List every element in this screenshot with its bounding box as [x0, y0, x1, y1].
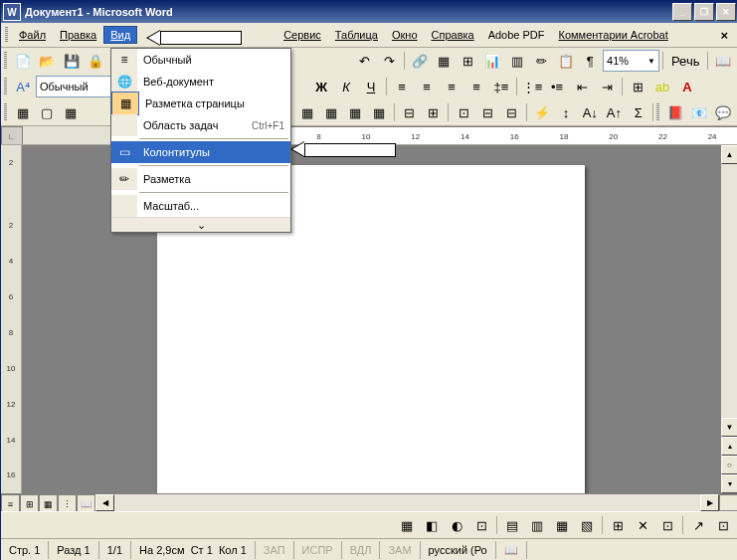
tool-icon[interactable]: ▦ [395, 513, 419, 537]
tool-icon[interactable]: ⊡ [469, 513, 493, 537]
tool-icon[interactable]: ▧ [575, 513, 599, 537]
speech-button[interactable]: Речь [666, 49, 704, 73]
scroll-right-icon[interactable]: ▶ [700, 494, 719, 511]
menu-service[interactable]: Сервис [276, 26, 328, 44]
table-icon[interactable]: ▦ [344, 100, 367, 124]
status-ovr[interactable]: ЗАМ [380, 541, 420, 559]
menu-file[interactable]: Файл [12, 26, 53, 44]
sort-desc-icon[interactable]: A↑ [603, 100, 626, 124]
menu-adobe[interactable]: Adobe PDF [481, 26, 552, 44]
tool-icon[interactable]: ◐ [445, 513, 468, 537]
permission-icon[interactable]: 🔒 [85, 49, 108, 73]
underline-icon[interactable]: Ч [359, 75, 383, 98]
status-language[interactable]: русский (Ро [421, 541, 496, 559]
tool-icon[interactable]: ▤ [500, 513, 524, 537]
scroll-left-icon[interactable]: ◀ [95, 494, 114, 511]
sort-asc-icon[interactable]: A↓ [579, 100, 602, 124]
insert-table-icon[interactable]: ⊞ [457, 49, 480, 73]
numbering-icon[interactable]: ⋮≡ [520, 75, 544, 98]
redo-icon[interactable]: ↷ [377, 49, 401, 73]
menuitem-markup[interactable]: ✏ Разметка [111, 168, 290, 190]
tool-icon[interactable]: ▦ [550, 513, 574, 537]
browse-object-icon[interactable]: ○ [721, 456, 737, 474]
zoom-combo[interactable]: 41%▼ [603, 50, 659, 72]
status-trk[interactable]: ИСПР [294, 541, 342, 559]
restore-button[interactable]: ❐ [694, 3, 714, 21]
tab-selector[interactable]: ∟ [1, 126, 23, 145]
styles-icon[interactable]: A⁴ [11, 75, 35, 98]
merge-cells-icon[interactable]: ⊟ [398, 100, 421, 124]
menu-edit[interactable]: Правка [53, 26, 103, 44]
read-icon[interactable]: 📖 [711, 49, 735, 73]
tool-icon[interactable]: ▥ [525, 513, 549, 537]
distribute-cols-icon[interactable]: ⊟ [500, 100, 523, 124]
save-icon[interactable]: 💾 [60, 49, 84, 73]
open-icon[interactable]: 📂 [35, 49, 59, 73]
status-rec[interactable]: ЗАП [256, 541, 294, 559]
scroll-up-icon[interactable]: ▲ [721, 145, 737, 164]
drawing-icon[interactable]: ✏ [529, 49, 553, 73]
tool-icon[interactable]: ✕ [631, 513, 654, 537]
autosum-icon[interactable]: Σ [627, 100, 649, 124]
doc-close-button[interactable]: × [714, 26, 734, 45]
text-direction-icon[interactable]: ↕ [554, 100, 577, 124]
table-icon[interactable]: ▦ [319, 100, 342, 124]
bold-icon[interactable]: Ж [309, 75, 333, 98]
menu-window[interactable]: Окно [385, 26, 425, 44]
indent-icon[interactable]: ⇥ [595, 75, 619, 98]
menuitem-zoom[interactable]: Масштаб... [111, 195, 290, 217]
menu-table[interactable]: Таблица [328, 26, 385, 44]
align-icon[interactable]: ⊡ [452, 100, 474, 124]
tool-icon[interactable]: ⊡ [711, 513, 735, 537]
showhide-icon[interactable]: ¶ [579, 49, 603, 73]
vertical-ruler[interactable]: 2246810121416 [1, 145, 22, 493]
align-right-icon[interactable]: ≡ [440, 75, 463, 98]
minimize-button[interactable]: _ [672, 3, 692, 21]
scroll-track[interactable] [114, 494, 700, 511]
tool-icon[interactable]: ▦ [59, 100, 82, 124]
tool-icon[interactable]: ⊞ [606, 513, 630, 537]
scroll-track[interactable] [721, 164, 737, 418]
status-ext[interactable]: ВДЛ [342, 541, 381, 559]
table-icon[interactable]: ▦ [368, 100, 391, 124]
menu-acrobat[interactable]: Комментарии Acrobat [552, 26, 675, 44]
status-spellcheck-icon[interactable]: 📖 [496, 541, 527, 559]
menuitem-taskpane[interactable]: Область задач Ctrl+F1 [111, 114, 290, 136]
borders-icon[interactable]: ⊞ [626, 75, 649, 98]
highlight-icon[interactable]: ab [650, 75, 674, 98]
resize-grip[interactable] [719, 494, 737, 511]
italic-icon[interactable]: К [334, 75, 358, 98]
tool-icon[interactable]: ▢ [35, 100, 58, 124]
bullets-icon[interactable]: •≡ [545, 75, 569, 98]
menu-expand-icon[interactable]: ⌄ [111, 217, 290, 232]
undo-icon[interactable]: ↶ [353, 49, 377, 73]
next-page-icon[interactable]: ▾ [721, 474, 737, 493]
link-icon[interactable]: 🔗 [408, 49, 432, 73]
new-doc-icon[interactable]: 📄 [11, 49, 35, 73]
tool-icon[interactable]: ↗ [686, 513, 710, 537]
justify-icon[interactable]: ≡ [464, 75, 488, 98]
menu-view[interactable]: Вид [103, 26, 137, 44]
line-spacing-icon[interactable]: ‡≡ [489, 75, 513, 98]
align-left-icon[interactable]: ≡ [390, 75, 414, 98]
pdf-icon[interactable]: 💬 [712, 100, 735, 124]
align-center-icon[interactable]: ≡ [415, 75, 439, 98]
columns-icon[interactable]: ▥ [505, 49, 529, 73]
pdf-icon[interactable]: 📧 [687, 100, 710, 124]
close-button[interactable]: ✕ [716, 3, 736, 21]
distribute-rows-icon[interactable]: ⊟ [476, 100, 499, 124]
menuitem-pagelayout[interactable]: ▦ Разметка страницы [111, 93, 290, 114]
vertical-scrollbar[interactable]: ▲ ▼ ▴ ○ ▾ [720, 145, 737, 493]
menu-help[interactable]: Справка [425, 26, 481, 44]
font-color-icon[interactable]: A [675, 75, 699, 98]
menuitem-web[interactable]: 🌐 Веб-документ [111, 71, 290, 93]
tool-icon[interactable]: ▦ [11, 100, 34, 124]
scroll-down-icon[interactable]: ▼ [721, 418, 737, 437]
docmap-icon[interactable]: 📋 [554, 49, 578, 73]
tables-borders-icon[interactable]: ▦ [432, 49, 456, 73]
tool-icon[interactable]: ⊡ [655, 513, 679, 537]
menuitem-normal[interactable]: ≡ Обычный [111, 49, 290, 71]
table-icon[interactable]: ▦ [295, 100, 318, 124]
excel-icon[interactable]: 📊 [480, 49, 504, 73]
menuitem-headers-footers[interactable]: ▭ Колонтитулы [111, 141, 290, 163]
